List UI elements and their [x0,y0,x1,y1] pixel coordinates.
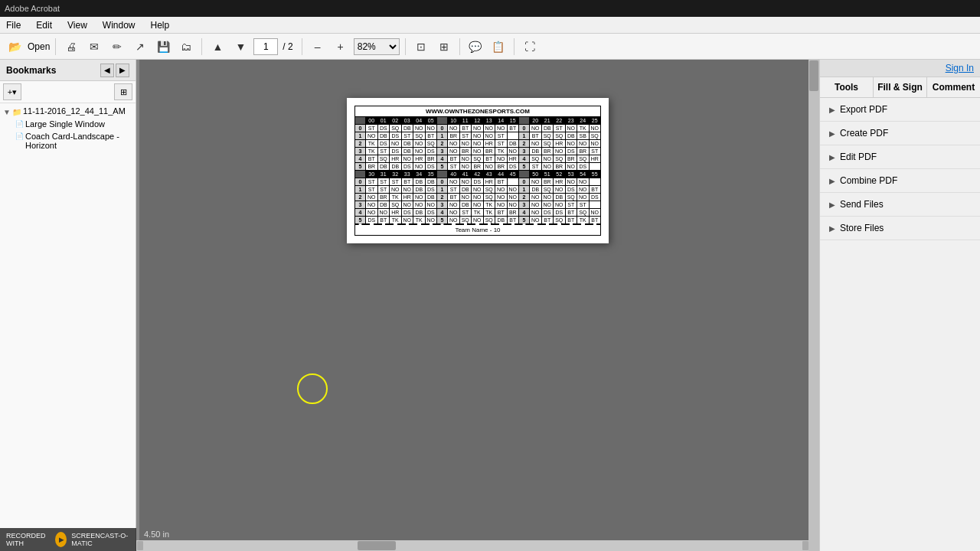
fit-button[interactable]: ⊡ [411,37,431,57]
panel-item-export-pdf[interactable]: ▶ Export PDF [820,98,980,122]
extract-button[interactable]: 🗂 [176,37,196,57]
hdr-21: 21 [541,117,554,125]
hdr-12: 12 [472,117,484,125]
edit-pdf-label: Edit PDF [840,152,877,162]
data-row-2-1: 1 STSTNONODBDS 1 STDBNOSQNONO 1 DBSQNODS… [355,186,601,194]
right-panel-tabs: Tools Fill & Sign Comment [820,77,980,98]
sep3 [302,38,302,55]
expand-icon-3: ▶ [829,177,835,185]
horizontal-scrollbar[interactable] [136,540,808,551]
next-page-button[interactable]: ▼ [230,37,250,57]
panel-item-store-files[interactable]: ▶ Store Files [820,217,980,240]
hdr-15: 15 [507,117,519,125]
hdr-empty1 [355,117,366,125]
h-scroll-thumb[interactable] [358,541,396,550]
tab-comment[interactable]: Comment [927,77,980,97]
sidebar-collapse-button[interactable]: ◀ [100,64,114,77]
hdr-02: 02 [390,117,402,125]
menu-view[interactable]: View [64,18,90,32]
menu-bar: File Edit View Window Help [0,17,980,34]
panel-item-create-pdf[interactable]: ▶ Create PDF [820,122,980,145]
hdr-20: 20 [530,117,542,125]
panel-item-send-files[interactable]: ▶ Send Files [820,193,980,217]
h-scroll-right[interactable] [802,541,808,550]
save-button[interactable]: 💾 [153,37,173,57]
hdr2-empty [355,171,366,178]
panel-item-combine-pdf[interactable]: ▶ Combine PDF [820,169,980,193]
stamp-button[interactable]: 📋 [488,37,508,57]
sidebar-resize-handle[interactable] [136,60,139,551]
store-files-label: Store Files [840,223,884,233]
create-pdf-label: Create PDF [840,128,888,139]
data-row-1-5: 5 BRDBDBDSNODS 5 STNOBRNOBRDS 5 STNOBRNO… [355,163,601,171]
data-row-2-2: 2 NOBRTKHRNODB 2 BTNONOSQNONO 2 NONODBSQ… [355,194,601,201]
bookmark-child-1: 📄 Coach Card-Landscape - Horizont [15,132,132,150]
sidebar-title: Bookmarks [6,65,56,76]
menu-window[interactable]: Window [100,18,139,32]
hdr-10: 10 [448,117,460,125]
sidebar-header-buttons: ◀ ▶ [100,64,129,77]
bookmark-child-0: 📄 Large Single Window [15,119,132,129]
hdr-04: 04 [413,117,426,125]
hdr-24: 24 [577,117,590,125]
right-panel-header: Sign In [820,60,980,77]
recorded-with-text: RECORDED WITH [6,532,51,547]
hdr-23: 23 [565,117,577,125]
screencast-logo: ▶ [55,532,67,547]
sidebar-tools: +▾ ⊞ [0,81,136,103]
zoom-select[interactable]: 82% 100% 75% 50% [354,38,400,55]
bookmark-children: 📄 Large Single Window 📄 Coach Card-Lands… [3,119,132,150]
tab-tools[interactable]: Tools [820,77,874,97]
tab-fill-sign[interactable]: Fill & Sign [874,77,927,97]
zoom-out-button[interactable]: – [308,37,328,57]
collapse-icon[interactable]: ▼ [3,108,11,116]
full-screen-button[interactable]: ⛶ [520,37,540,57]
hdr-05: 05 [425,117,437,125]
fit-page-button[interactable]: ⊞ [434,37,454,57]
sep6 [514,38,514,55]
vertical-scrollbar[interactable] [808,60,819,551]
bookmark-root-label[interactable]: 11-11-2016_12_44_11_AM [23,106,126,116]
screencast-watermark: RECORDED WITH ▶ SCREENCAST-O-MATIC [0,528,136,551]
sidebar-expand-button[interactable]: ▶ [116,64,129,77]
send-files-label: Send Files [840,199,884,210]
menu-help[interactable]: Help [148,18,173,32]
sidebar-options-button[interactable]: ⊞ [114,83,132,100]
export-button[interactable]: ↗ [130,37,150,57]
hdr-22: 22 [554,117,566,125]
edit-button[interactable]: ✏ [107,37,127,57]
page-icon-1: 📄 [15,132,24,140]
scroll-thumb[interactable] [809,60,818,91]
data-row-2-0: 0 STSTSTBTDBDB 0 NONODSHRBT 0 NOBRHRNONO [355,178,601,186]
bookmark-child-label-1[interactable]: Coach Card-Landscape - Horizont [25,132,132,150]
sidebar-header: Bookmarks ◀ ▶ [0,60,136,81]
data-row-1-2: 2 TKDSNODBNOSQ 2 NONONOHRSTDB 2 NOSQHRNO… [355,140,601,148]
email-button[interactable]: ✉ [84,37,104,57]
open-folder-button[interactable]: 📂 [5,37,24,57]
bookmark-child-label-0[interactable]: Large Single Window [25,119,105,129]
hdr-25: 25 [589,117,601,125]
menu-file[interactable]: File [3,18,24,32]
panel-item-edit-pdf[interactable]: ▶ Edit PDF [820,145,980,169]
sidebar: Bookmarks ◀ ▶ +▾ ⊞ ▼ 📁 11-11-2016_12_44_… [0,60,136,551]
zoom-indicator: 4.50 in [144,530,169,539]
h-scroll-left[interactable] [137,541,143,550]
comment-button[interactable]: 💬 [466,37,485,57]
pdf-table: WWW.OWNTHEZONESPORTS.COM 00 01 02 03 04 … [354,106,601,236]
sep2 [201,38,202,55]
pdf-footer-row: Team Name - 10 [355,224,601,236]
zoom-label: 4.50 in [144,530,169,539]
expand-icon-0: ▶ [829,106,835,114]
print-button[interactable]: 🖨 [61,37,81,57]
hdr-sep1 [437,117,448,125]
page-number-input[interactable] [253,38,278,55]
menu-edit[interactable]: Edit [33,18,55,32]
page-navigation: / 2 [253,38,296,55]
right-panel: Sign In Tools Fill & Sign Comment ▶ Expo… [819,60,980,551]
sign-in-button[interactable]: Sign In [946,63,974,73]
export-pdf-label: Export PDF [840,104,887,115]
data-row-1-3: 3 TKSTDSDBNODS 3 NOBRNOBRTKNO 3 DBBRNODS… [355,148,601,155]
sidebar-add-button[interactable]: +▾ [3,83,21,100]
prev-page-button[interactable]: ▲ [207,37,227,57]
zoom-in-button[interactable]: + [331,37,351,57]
